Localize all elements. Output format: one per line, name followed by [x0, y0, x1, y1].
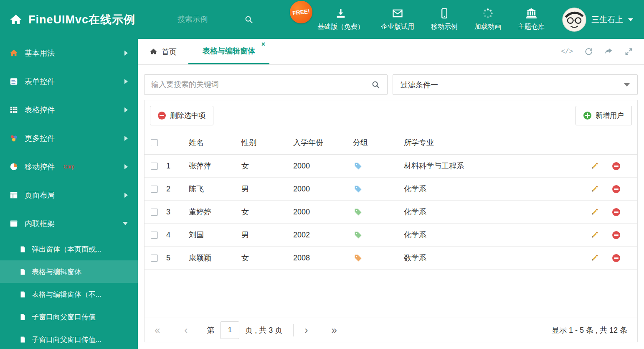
add-user-button[interactable]: 新增用户: [576, 106, 632, 125]
sidebar-item-mobile-controls[interactable]: 移动控件 Corp: [0, 153, 138, 181]
layout-icon: [9, 191, 18, 200]
sidebar-item-grid-controls[interactable]: 表格控件: [0, 96, 138, 124]
avatar[interactable]: [562, 8, 586, 32]
table-row: 3 董婷婷 女 2000 化学系: [145, 201, 637, 224]
search-icon[interactable]: [371, 80, 380, 89]
sidebar-item-page-layout[interactable]: 页面布局: [0, 181, 138, 209]
page-prefix: 第: [207, 325, 214, 335]
form-icon: [9, 77, 18, 86]
more-controls-icon: [9, 134, 18, 143]
row-checkbox[interactable]: [151, 232, 158, 239]
select-all-checkbox[interactable]: [151, 139, 158, 146]
nav-mobile-demo[interactable]: 移动示例: [431, 8, 458, 31]
sidebar-subitem-grid-edit-window[interactable]: 表格与编辑窗体: [0, 260, 138, 283]
edit-pencil-icon[interactable]: [591, 162, 599, 170]
delete-row-icon[interactable]: [612, 162, 620, 170]
file-icon: [19, 291, 26, 298]
close-icon[interactable]: ×: [261, 41, 265, 48]
major-link[interactable]: 化学系: [404, 185, 426, 193]
cell-year: 2000: [289, 162, 349, 171]
grid-panel: 删除选中项 新增用户 姓名 性别 入学年份 分组 所学专业 1 张萍萍 女 20…: [144, 100, 638, 342]
row-number: 4: [166, 231, 185, 239]
delete-row-icon[interactable]: [612, 231, 620, 239]
bank-icon: [525, 8, 537, 19]
last-page-icon[interactable]: »: [331, 325, 337, 335]
sidebar-subitem-popup-window[interactable]: 弹出窗体（本页面或...: [0, 238, 138, 260]
edit-pencil-icon[interactable]: [591, 208, 599, 216]
file-icon: [19, 246, 26, 253]
nav-label: 基础版（免费）: [317, 23, 364, 31]
file-icon: [19, 313, 26, 321]
chevron-right-icon: [124, 193, 128, 198]
source-code-icon[interactable]: </>: [561, 48, 573, 56]
filter-dropdown[interactable]: 过滤条件一: [393, 74, 638, 95]
header-search[interactable]: [177, 15, 254, 24]
next-page-icon[interactable]: ›: [304, 325, 308, 335]
cell-year: 2008: [289, 254, 349, 262]
delete-selected-button[interactable]: 删除选中项: [150, 106, 213, 125]
sidebar-subitem-child-to-parent[interactable]: 子窗口向父窗口传值: [0, 306, 138, 328]
delete-row-icon[interactable]: [612, 208, 620, 216]
edit-pencil-icon[interactable]: [591, 185, 599, 193]
page-number-input[interactable]: [220, 321, 239, 339]
col-group: 分组: [349, 138, 400, 148]
major-link[interactable]: 化学系: [404, 231, 426, 239]
sidebar-item-form-controls[interactable]: 表单控件: [0, 67, 138, 96]
tab-home[interactable]: 首页: [138, 39, 188, 64]
row-number: 3: [166, 208, 185, 217]
cell-name: 董婷婷: [185, 207, 238, 217]
app-header: FineUIMvc在线示例 FREE! 基础版（免费） 企业版试用 移动示例: [0, 0, 644, 39]
cell-name: 张萍萍: [185, 161, 238, 171]
col-name: 姓名: [185, 138, 238, 148]
major-link[interactable]: 材料科学与工程系: [404, 162, 464, 170]
edit-pencil-icon[interactable]: [591, 254, 599, 262]
envelope-icon: [392, 8, 403, 19]
row-checkbox[interactable]: [151, 163, 158, 170]
corp-badge: Corp: [63, 164, 74, 170]
sidebar: 基本用法 表单控件 表格控件 更多控件 移动控件 C: [0, 39, 138, 349]
tag-icon: [354, 162, 362, 170]
sidebar-subitem-child-to-parent-2[interactable]: 子窗口向父窗口传值...: [0, 328, 138, 349]
table-icon: [9, 105, 18, 115]
expand-icon[interactable]: [624, 47, 633, 56]
search-icon[interactable]: [244, 15, 254, 24]
keyword-search-box[interactable]: [144, 74, 388, 95]
main-content: 首页 表格与编辑窗体 × </>: [138, 39, 644, 349]
nav-theme-store[interactable]: 主题仓库: [518, 8, 545, 31]
row-checkbox[interactable]: [151, 209, 158, 216]
nav-loading-animation[interactable]: 加载动画: [474, 8, 501, 31]
delete-row-icon[interactable]: [612, 185, 620, 193]
share-arrow-icon[interactable]: [604, 47, 613, 56]
cell-gender: 男: [238, 184, 289, 194]
nav-enterprise-trial[interactable]: 企业版试用: [381, 8, 414, 31]
edit-pencil-icon[interactable]: [591, 231, 599, 239]
mobile-controls-icon: [9, 162, 18, 171]
delete-row-icon[interactable]: [612, 254, 620, 262]
keyword-search-input[interactable]: [151, 80, 367, 89]
sidebar-item-iframe[interactable]: 内联框架: [0, 209, 138, 238]
nav-label: 企业版试用: [381, 23, 414, 31]
pagination-divider: [293, 324, 294, 336]
first-page-icon[interactable]: «: [155, 325, 160, 335]
major-link[interactable]: 数学系: [404, 254, 426, 262]
cell-gender: 女: [238, 253, 289, 263]
spinner-icon: [482, 8, 494, 19]
tab-grid-edit-window[interactable]: 表格与编辑窗体 ×: [188, 39, 269, 64]
app-logo[interactable]: FineUIMvc在线示例: [0, 12, 165, 27]
prev-page-icon[interactable]: ‹: [184, 325, 188, 335]
sidebar-subitem-grid-edit-window-2[interactable]: 表格与编辑窗体（不...: [0, 283, 138, 306]
header-search-input[interactable]: [177, 15, 240, 24]
sidebar-item-basic-usage[interactable]: 基本用法: [0, 39, 138, 67]
major-link[interactable]: 化学系: [404, 208, 426, 216]
refresh-icon[interactable]: [584, 47, 593, 56]
chevron-right-icon: [124, 136, 128, 141]
nav-basic-edition[interactable]: FREE! 基础版（免费）: [317, 8, 364, 31]
sidebar-item-more-controls[interactable]: 更多控件: [0, 124, 138, 153]
cell-gender: 女: [238, 207, 289, 217]
cell-year: 2000: [289, 208, 349, 217]
row-checkbox[interactable]: [151, 186, 158, 193]
user-menu[interactable]: 三生石上: [562, 8, 644, 32]
nav-label: 加载动画: [474, 23, 501, 31]
row-checkbox[interactable]: [151, 255, 158, 262]
page-suffix: 页 , 共 3 页: [245, 325, 282, 335]
